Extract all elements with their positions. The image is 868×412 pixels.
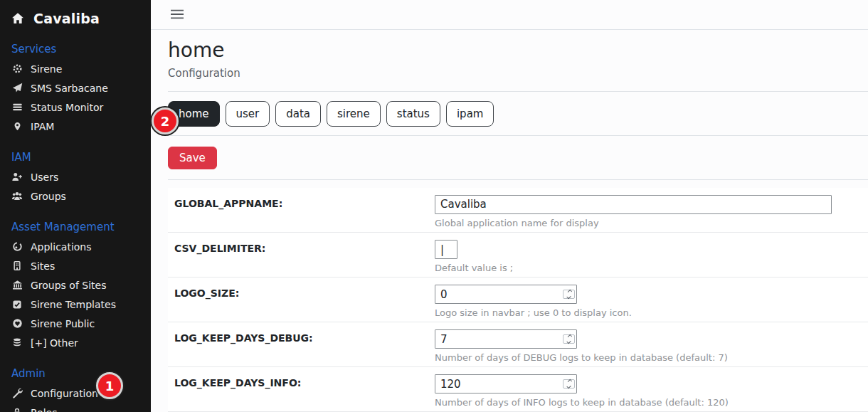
sidebar-section-services: Services xyxy=(11,43,139,56)
sidebar: Cavaliba Services Sirene SMS Sarbacane S… xyxy=(0,0,151,412)
gear-icon xyxy=(11,63,23,75)
config-table: GLOBAL_APPNAME: Global application name … xyxy=(168,188,868,412)
application-icon xyxy=(11,241,23,253)
field-help: Number of days of DEBUG logs to keep in … xyxy=(435,352,868,364)
main-area: home Configuration home user data sirene… xyxy=(151,0,868,412)
sidebar-item-users[interactable]: Users xyxy=(0,167,151,186)
sidebar-item-label: Users xyxy=(31,171,58,183)
users-icon xyxy=(11,191,23,202)
sidebar-section-iam: IAM xyxy=(11,151,139,164)
field-help: Default value is ; xyxy=(435,263,868,274)
sidebar-item-label: [+] Other xyxy=(31,337,78,349)
tab-bar: home user data sirene status ipam xyxy=(168,101,868,127)
sidebar-item-groups-of-sites[interactable]: Groups of Sites xyxy=(0,275,151,295)
sidebar-item-sirene-public[interactable]: Sirene Public xyxy=(0,314,151,333)
wrench-icon xyxy=(11,388,23,399)
sidebar-item-label: Status Monitor xyxy=(31,102,103,113)
sidebar-item-ipam[interactable]: IPAM xyxy=(0,117,151,136)
chevron-down-icon xyxy=(566,384,571,388)
number-stepper[interactable] xyxy=(563,334,575,344)
sidebar-section-asset-management: Asset Management xyxy=(11,221,139,233)
sidebar-item-label: Groups of Sites xyxy=(31,280,106,291)
number-stepper[interactable] xyxy=(563,290,575,299)
bank-icon xyxy=(11,280,23,291)
field-help: Logo size in navbar ; use 0 to display i… xyxy=(435,307,868,319)
page-subtitle: Configuration xyxy=(168,67,868,80)
page-content: home Configuration home user data sirene… xyxy=(151,30,868,412)
logo-size-input[interactable] xyxy=(435,285,577,304)
field-label-logo-size: LOGO_SIZE: xyxy=(168,278,435,322)
divider xyxy=(168,91,868,92)
log-keep-days-debug-input[interactable] xyxy=(435,329,577,349)
check-square-icon xyxy=(11,299,23,310)
database-icon xyxy=(11,337,23,349)
annotation-badge-1: 1 xyxy=(96,372,123,399)
home-icon xyxy=(11,12,24,25)
sidebar-item-sms-sarbacane[interactable]: SMS Sarbacane xyxy=(0,78,151,97)
sidebar-item-sirene[interactable]: Sirene xyxy=(0,59,151,78)
sidebar-item-status-monitor[interactable]: Status Monitor xyxy=(0,97,151,117)
app-root: Cavaliba Services Sirene SMS Sarbacane S… xyxy=(0,0,868,412)
user-plus-icon xyxy=(11,171,23,183)
menu-icon[interactable] xyxy=(170,9,184,20)
log-keep-days-info-input[interactable] xyxy=(435,374,577,393)
brand-link[interactable]: Cavaliba xyxy=(0,0,151,28)
sidebar-item-groups[interactable]: Groups xyxy=(0,186,151,206)
number-stepper[interactable] xyxy=(563,379,575,389)
sidebar-item-label: Sirene Templates xyxy=(31,299,116,310)
map-pin-icon xyxy=(11,121,23,132)
sidebar-item-label: IPAM xyxy=(31,121,54,132)
divider xyxy=(168,179,868,180)
sidebar-item-label: Sirene xyxy=(31,63,62,75)
table-row: LOGO_SIZE: Logo size in navbar ; use 0 t… xyxy=(168,278,868,322)
chevron-up-icon xyxy=(568,334,572,338)
field-help: Number of days of INFO logs to keep in d… xyxy=(435,397,868,408)
sidebar-item-applications[interactable]: Applications xyxy=(0,237,151,256)
sidebar-item-roles[interactable]: Roles xyxy=(0,403,151,412)
topbar xyxy=(151,0,868,30)
chevron-up-icon xyxy=(568,289,572,293)
sidebar-item-other[interactable]: [+] Other xyxy=(0,333,151,352)
field-label-log-keep-days-info: LOG_KEEP_DAYS_INFO: xyxy=(168,367,435,412)
building-icon xyxy=(11,260,23,272)
heart-circle-icon xyxy=(11,318,23,329)
sidebar-item-label: Sites xyxy=(31,260,55,272)
field-help: Global application name for display xyxy=(435,218,868,229)
sidebar-item-label: Roles xyxy=(31,407,57,412)
tab-data[interactable]: data xyxy=(275,101,321,127)
table-row: GLOBAL_APPNAME: Global application name … xyxy=(168,188,868,233)
divider xyxy=(168,135,868,136)
brand-label: Cavaliba xyxy=(33,11,100,26)
table-row: LOG_KEEP_DAYS_DEBUG: Number of days of D… xyxy=(168,322,868,367)
csv-delimiter-input[interactable] xyxy=(435,240,457,259)
sidebar-item-configuration[interactable]: Configuration xyxy=(0,384,151,403)
chevron-down-icon xyxy=(566,294,571,298)
lock-icon xyxy=(11,407,23,412)
save-button[interactable]: Save xyxy=(168,147,217,169)
chevron-down-icon xyxy=(566,339,571,343)
tab-ipam[interactable]: ipam xyxy=(446,101,494,127)
sidebar-item-label: Applications xyxy=(31,241,92,253)
sidebar-item-sites[interactable]: Sites xyxy=(0,256,151,275)
chevron-up-icon xyxy=(568,379,572,383)
page-title: home xyxy=(168,37,868,64)
table-row: CSV_DELIMITER: Default value is ; xyxy=(168,233,868,278)
sidebar-item-label: Groups xyxy=(31,191,66,202)
paper-plane-icon xyxy=(11,83,23,94)
tab-user[interactable]: user xyxy=(226,101,270,127)
table-row: LOG_KEEP_DAYS_INFO: Number of days of IN… xyxy=(168,367,868,412)
global-appname-input[interactable] xyxy=(435,195,832,214)
sidebar-item-label: Sirene Public xyxy=(31,318,95,329)
tab-status[interactable]: status xyxy=(386,101,440,127)
field-label-csv-delimiter: CSV_DELIMITER: xyxy=(168,233,435,278)
list-bars-icon xyxy=(11,102,23,113)
sidebar-item-label: Configuration xyxy=(31,388,98,399)
tab-sirene[interactable]: sirene xyxy=(327,101,381,127)
field-label-global-appname: GLOBAL_APPNAME: xyxy=(168,188,435,233)
sidebar-item-sirene-templates[interactable]: Sirene Templates xyxy=(0,295,151,314)
annotation-badge-2: 2 xyxy=(152,107,179,134)
sidebar-item-label: SMS Sarbacane xyxy=(31,83,108,94)
field-label-log-keep-days-debug: LOG_KEEP_DAYS_DEBUG: xyxy=(168,322,435,367)
